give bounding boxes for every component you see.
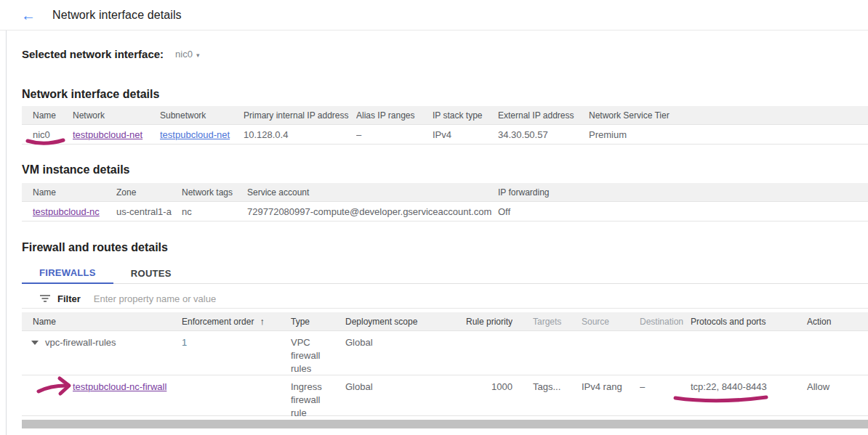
external-ip: 34.30.50.57 bbox=[498, 129, 589, 140]
page-title: Network interface details bbox=[52, 9, 182, 22]
deployment-scope: Global bbox=[334, 375, 440, 394]
selected-interface-label: Selected network interface: bbox=[22, 48, 164, 60]
filter-label[interactable]: Filter bbox=[57, 293, 81, 304]
service-account: 729772080997-compute@developer.gservicea… bbox=[247, 206, 498, 217]
collapse-triangle-icon[interactable] bbox=[31, 341, 39, 345]
targets bbox=[513, 331, 582, 336]
firewall-routes-tabs: FIREWALLS ROUTES bbox=[22, 263, 868, 284]
col-alias-ip-ranges: Alias IP ranges bbox=[356, 110, 433, 121]
enforcement-order-value bbox=[171, 375, 280, 381]
col-ip-stack-type: IP stack type bbox=[433, 110, 498, 121]
action: Allow bbox=[807, 375, 868, 394]
firewall-type: VPC firewall rules bbox=[280, 331, 334, 375]
ip-stack-type: IPv4 bbox=[433, 129, 498, 140]
rule-priority bbox=[440, 331, 513, 336]
selected-interface-row: Selected network interface: nic0▾ bbox=[22, 48, 199, 60]
filter-icon bbox=[40, 294, 50, 303]
destination: – bbox=[640, 375, 691, 394]
back-arrow-icon[interactable]: ← bbox=[20, 7, 36, 23]
col-name: Name bbox=[22, 110, 73, 121]
col-network-service-tier: Network Service Tier bbox=[589, 110, 868, 121]
col-service-account: Service account bbox=[247, 187, 498, 198]
col-name[interactable]: Name bbox=[22, 317, 171, 327]
table-row: testpubcloud-nc us-central1-a nc 7297720… bbox=[22, 202, 868, 221]
network-interface-details-page: ← Network interface details Selected net… bbox=[0, 0, 868, 435]
deployment-scope: Global bbox=[334, 331, 440, 349]
col-enforcement-order[interactable]: Enforcement order↑ bbox=[171, 316, 280, 327]
firewall-rule-row: testpubcloud-nc-firwall Ingress firewall… bbox=[22, 375, 868, 416]
col-destination[interactable]: Destination bbox=[640, 317, 691, 327]
col-name: Name bbox=[22, 187, 116, 198]
col-subnetwork: Subnetwork bbox=[160, 110, 244, 121]
firewall-group-row: vpc-firewall-rules 1 VPC firewall rules … bbox=[22, 331, 868, 375]
vm-instance-table: Name Zone Network tags Service account I… bbox=[22, 183, 868, 221]
sort-ascending-icon: ↑ bbox=[260, 316, 265, 327]
firewalls-table: Name Enforcement order↑ Type Deployment … bbox=[22, 312, 868, 416]
section-title-firewall-routes: Firewall and routes details bbox=[22, 241, 168, 254]
protocols-ports: tcp:22, 8440-8443 bbox=[691, 375, 807, 394]
tab-firewalls[interactable]: FIREWALLS bbox=[22, 263, 113, 284]
action bbox=[807, 331, 868, 336]
col-network: Network bbox=[73, 110, 160, 121]
protocols-ports bbox=[691, 331, 807, 336]
col-external-ip: External IP address bbox=[498, 110, 589, 121]
zone: us-central1-a bbox=[116, 206, 182, 217]
primary-internal-ip: 10.128.0.4 bbox=[244, 129, 356, 140]
col-source[interactable]: Source bbox=[582, 317, 640, 327]
col-protocols-ports[interactable]: Protocols and ports bbox=[691, 317, 807, 327]
col-zone: Zone bbox=[116, 187, 182, 198]
filter-input[interactable] bbox=[94, 293, 385, 304]
source: IPv4 rang bbox=[582, 375, 640, 394]
network-link[interactable]: testpubcloud-net bbox=[73, 129, 142, 140]
col-deployment-scope[interactable]: Deployment scope bbox=[334, 317, 440, 327]
targets: Tags... bbox=[513, 375, 582, 394]
firewall-rule-link[interactable]: testpubcloud-nc-firwall bbox=[73, 381, 166, 392]
nic-name: nic0 bbox=[22, 129, 73, 140]
destination bbox=[640, 331, 691, 336]
tab-routes[interactable]: ROUTES bbox=[113, 263, 189, 284]
source bbox=[582, 331, 640, 336]
vm-instance-link[interactable]: testpubcloud-nc bbox=[33, 206, 100, 217]
col-network-tags: Network tags bbox=[182, 187, 247, 198]
table-row: nic0 testpubcloud-net testpubcloud-net 1… bbox=[22, 125, 868, 145]
section-title-network-interface-details: Network interface details bbox=[22, 88, 159, 101]
chevron-down-icon: ▾ bbox=[196, 52, 200, 59]
network-interface-table: Name Network Subnetwork Primary internal… bbox=[22, 106, 868, 145]
network-service-tier: Premium bbox=[589, 129, 868, 140]
col-action[interactable]: Action bbox=[807, 317, 868, 327]
rule-priority: 1000 bbox=[440, 375, 513, 394]
selected-interface-value: nic0 bbox=[175, 49, 193, 60]
page-header: ← Network interface details bbox=[0, 0, 868, 31]
horizontal-scrollbar[interactable] bbox=[22, 420, 868, 428]
col-ip-forwarding: IP forwarding bbox=[498, 187, 868, 198]
table-header-row: Name Zone Network tags Service account I… bbox=[22, 183, 868, 202]
table-header-row: Name Network Subnetwork Primary internal… bbox=[22, 106, 868, 125]
col-primary-ip: Primary internal IP address bbox=[244, 110, 356, 121]
subnetwork-link[interactable]: testpubcloud-net bbox=[160, 129, 230, 140]
firewall-type: Ingress firewall rule bbox=[280, 375, 334, 420]
ip-forwarding: Off bbox=[498, 206, 868, 217]
enforcement-order-value: 1 bbox=[171, 331, 280, 349]
panel-left-border bbox=[6, 31, 7, 435]
section-title-vm-instance-details: VM instance details bbox=[22, 163, 130, 176]
table-header-row: Name Enforcement order↑ Type Deployment … bbox=[22, 312, 868, 331]
firewall-group-name: vpc-firewall-rules bbox=[45, 337, 116, 348]
col-targets[interactable]: Targets bbox=[513, 317, 582, 327]
network-tags: nc bbox=[182, 206, 247, 217]
alias-ip-ranges: – bbox=[356, 129, 433, 140]
selected-interface-dropdown[interactable]: nic0▾ bbox=[175, 49, 199, 60]
col-rule-priority[interactable]: Rule priority bbox=[440, 317, 513, 327]
filter-bar: Filter bbox=[22, 289, 868, 309]
col-type[interactable]: Type bbox=[280, 317, 334, 327]
